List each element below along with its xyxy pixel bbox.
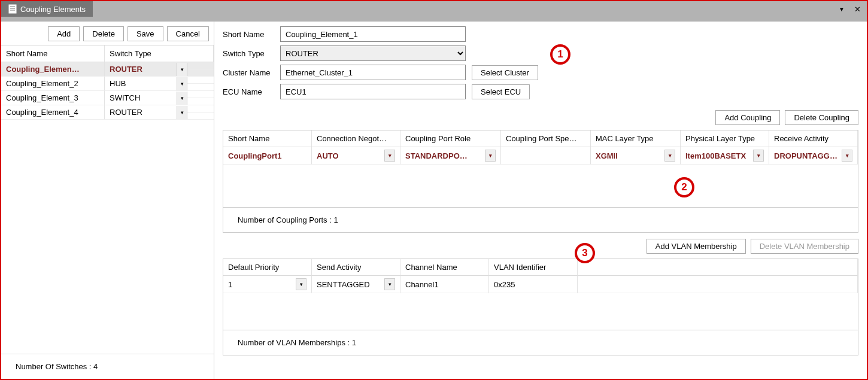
cell-switch-type: ROUTER: [105, 62, 177, 76]
label-switch-type: Switch Type: [223, 49, 280, 58]
chevron-down-icon[interactable]: ▾: [384, 150, 395, 162]
col-vlan-id[interactable]: VLAN Identifier: [489, 259, 578, 276]
cell-def-prio: 1: [228, 280, 232, 289]
col-port-speed[interactable]: Coupling Port Spe…: [501, 130, 591, 147]
vlan-table: Default Priority Send Activity Channel N…: [223, 259, 858, 330]
col-header-short-name[interactable]: Short Name: [1, 45, 105, 62]
col-phys-layer[interactable]: Physical Layer Type: [681, 130, 769, 147]
select-ecu-button[interactable]: Select ECU: [472, 84, 530, 99]
select-cluster-button[interactable]: Select Cluster: [472, 65, 538, 80]
save-button[interactable]: Save: [128, 26, 163, 41]
cancel-button[interactable]: Cancel: [167, 26, 209, 41]
col-recv-act[interactable]: Receive Activity: [769, 130, 858, 147]
chevron-down-icon[interactable]: ▾: [384, 278, 395, 290]
ecu-name-input[interactable]: [280, 84, 466, 99]
vlan-status: Number of VLAN Memberships : 1: [223, 330, 858, 355]
document-icon: [8, 4, 17, 14]
chevron-down-icon[interactable]: ▾: [842, 150, 852, 162]
coupling-ports-table: Short Name Connection Negot… Coupling Po…: [223, 130, 858, 233]
chevron-down-icon[interactable]: ▾: [177, 77, 187, 90]
list-item[interactable]: Coupling_Element_2 HUB▾: [1, 77, 214, 91]
col-chan-name[interactable]: Channel Name: [400, 259, 489, 276]
title-tab: Coupling Elements: [1, 1, 93, 17]
cell-chan-name: Channel1: [405, 280, 439, 289]
cell-send-act: SENTTAGGED: [317, 280, 370, 289]
svg-rect-0: [9, 5, 16, 13]
cell-phys-layer: Item100BASETX: [685, 151, 746, 160]
add-vlan-button[interactable]: Add VLAN Membership: [647, 239, 746, 254]
window-titlebar: Coupling Elements ▼ ✕: [1, 1, 867, 17]
left-status: Number Of Switches : 4: [1, 354, 214, 379]
chevron-down-icon[interactable]: ▾: [664, 150, 675, 162]
annotation-2: 2: [674, 177, 694, 197]
chevron-down-icon[interactable]: ▾: [753, 150, 764, 162]
col-port-role[interactable]: Coupling Port Role: [400, 130, 501, 147]
details-panel: Short Name Switch Type ROUTER Cluster Na…: [214, 22, 867, 379]
window-close-icon[interactable]: ✕: [854, 5, 861, 14]
table-row[interactable]: CouplingPort1 AUTO▾ STANDARDPO…▾ XGMII▾ …: [223, 147, 858, 165]
delete-button[interactable]: Delete: [83, 26, 124, 41]
cell-conn-negot: AUTO: [317, 151, 339, 160]
chevron-down-icon[interactable]: ▾: [485, 150, 496, 162]
elements-grid: Short Name Switch Type Coupling_Elemen… …: [1, 45, 214, 120]
annotation-1: 1: [550, 44, 570, 65]
cell-port-role: STANDARDPO…: [405, 151, 468, 160]
label-cluster-name: Cluster Name: [223, 68, 280, 77]
cell-short-name: Coupling_Element_2: [1, 77, 105, 91]
chevron-down-icon[interactable]: ▾: [177, 106, 187, 119]
delete-vlan-button[interactable]: Delete VLAN Membership: [751, 239, 858, 254]
chevron-down-icon[interactable]: ▾: [296, 278, 306, 290]
label-short-name: Short Name: [223, 30, 280, 39]
chevron-down-icon[interactable]: ▾: [177, 63, 187, 76]
cell-short-name: Coupling_Element_3: [1, 91, 105, 105]
cell-switch-type: ROUTER: [105, 105, 177, 119]
add-coupling-button[interactable]: Add Coupling: [715, 110, 780, 125]
window-menu-dropdown-icon[interactable]: ▼: [839, 6, 845, 13]
cluster-name-input[interactable]: [280, 65, 466, 80]
elements-list-panel: Add Delete Save Cancel Short Name Switch…: [1, 22, 214, 379]
col-conn-negot[interactable]: Connection Negot…: [312, 130, 400, 147]
chevron-down-icon[interactable]: ▾: [177, 92, 187, 105]
cell-vlan-id: 0x235: [494, 280, 515, 289]
cell-short-name: Coupling_Element_4: [1, 105, 105, 120]
cell-short-name: Coupling_Elemen…: [1, 62, 105, 77]
table-row[interactable]: 1▾ SENTTAGGED▾ Channel1 0x235: [223, 276, 858, 293]
list-item[interactable]: Coupling_Element_4 ROUTER▾: [1, 105, 214, 120]
window-title: Coupling Elements: [20, 5, 86, 14]
list-item[interactable]: Coupling_Elemen… ROUTER▾: [1, 62, 214, 77]
cell-switch-type: SWITCH: [105, 91, 177, 105]
label-ecu-name: ECU Name: [223, 87, 280, 96]
short-name-input[interactable]: [280, 26, 466, 42]
add-button[interactable]: Add: [48, 26, 80, 41]
delete-coupling-button[interactable]: Delete Coupling: [785, 110, 858, 125]
col-mac-layer[interactable]: MAC Layer Type: [591, 130, 681, 147]
col-send-act[interactable]: Send Activity: [312, 259, 400, 276]
cell-recv-act: DROPUNTAGG…: [774, 151, 837, 160]
col-def-prio[interactable]: Default Priority: [223, 259, 312, 276]
cell-short-name: CouplingPort1: [228, 151, 282, 160]
switch-type-select[interactable]: ROUTER: [280, 45, 466, 61]
col-short-name[interactable]: Short Name: [223, 130, 312, 147]
cell-mac-layer: XGMII: [596, 151, 618, 160]
col-header-switch-type[interactable]: Switch Type: [105, 45, 214, 62]
cell-switch-type: HUB: [105, 77, 177, 90]
list-item[interactable]: Coupling_Element_3 SWITCH▾: [1, 91, 214, 105]
annotation-3: 3: [575, 243, 595, 263]
coupling-status: Number of Coupling Ports : 1: [223, 207, 858, 232]
